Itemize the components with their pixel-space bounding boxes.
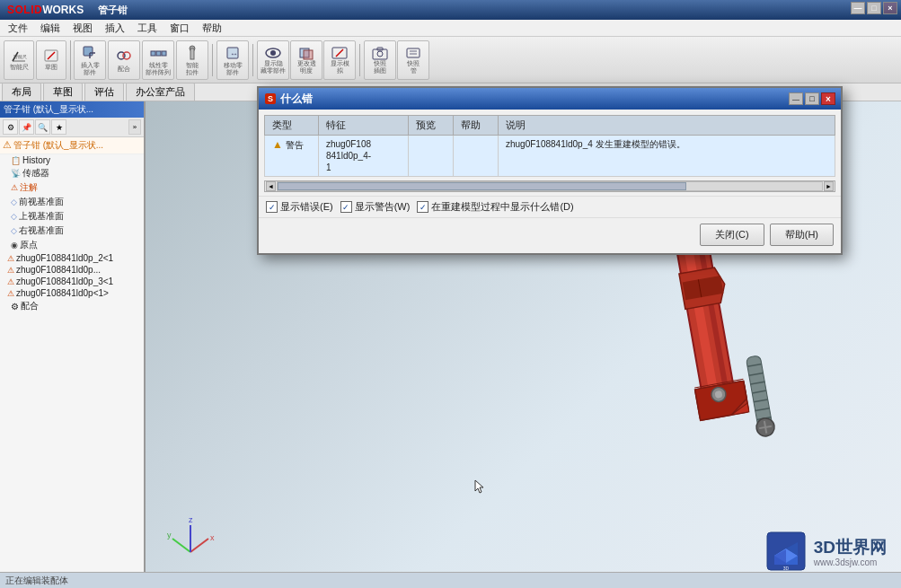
menu-item-tools[interactable]: 工具 bbox=[131, 20, 163, 37]
svg-rect-11 bbox=[156, 51, 161, 56]
tree-item-comp3[interactable]: ⚠ zhug0F108841ld0p_3<1 bbox=[0, 276, 144, 287]
comp2-label: zhug0F108841ld0p... bbox=[16, 265, 101, 275]
show-errors-checkbox[interactable]: ✓ bbox=[266, 201, 278, 213]
menu-item-view[interactable]: 视图 bbox=[66, 20, 99, 37]
svg-text:x: x bbox=[210, 533, 215, 542]
fm-icon-4[interactable]: ★ bbox=[51, 119, 66, 135]
main-toolbar: 智能尺 智能尺 草图 插入零部件 配合 线性零部件阵列 智能扣件 ↔ 移动零部件 bbox=[0, 37, 901, 83]
snapshot-mgr-btn[interactable]: 快照管 bbox=[397, 40, 429, 80]
svg-rect-14 bbox=[190, 48, 194, 59]
tree-item-sensors[interactable]: 📡 传感器 bbox=[0, 166, 144, 180]
menu-item-edit[interactable]: 编辑 bbox=[34, 20, 66, 37]
dialog-action-buttons: 关闭(C) 帮助(H) bbox=[259, 217, 841, 253]
insert-component-btn[interactable]: 插入零部件 bbox=[74, 40, 106, 80]
tab-layout[interactable]: 布局 bbox=[2, 83, 41, 101]
error-dialog[interactable]: S 什么错 — □ × 类型 特征 预览 帮助 说明 bbox=[257, 86, 843, 255]
show-warnings-checkbox-item[interactable]: ✓ 显示警告(W) bbox=[340, 200, 411, 214]
sensors-label: 传感器 bbox=[22, 167, 49, 180]
menu-item-insert[interactable]: 插入 bbox=[99, 20, 131, 37]
dialog-title-bar: S 什么错 — □ × bbox=[259, 88, 841, 110]
tree-item-comp2[interactable]: ⚠ zhug0F108841ld0p... bbox=[0, 264, 144, 276]
panel-expand-btn[interactable]: » bbox=[128, 119, 141, 135]
tree-root-label: 管子钳 (默认_显示状... bbox=[13, 139, 103, 152]
row-type-cell: ▲ 警告 bbox=[265, 136, 319, 177]
row-preview-cell bbox=[409, 136, 454, 177]
status-text: 正在编辑装配体 bbox=[5, 575, 68, 587]
transparency-btn[interactable]: 更改透明度 bbox=[290, 40, 322, 80]
svg-text:y: y bbox=[167, 531, 172, 540]
dialog-checkboxes-row: ✓ 显示错误(E) ✓ 显示警告(W) ✓ 在重建模型过程中显示什么错(D) bbox=[259, 196, 841, 217]
close-window-btn[interactable]: × bbox=[883, 2, 897, 14]
sw-logo: SOLID bbox=[7, 4, 42, 16]
show-errors-checkbox-item[interactable]: ✓ 显示错误(E) bbox=[266, 200, 333, 214]
comp4-label: zhug0F108841ld0p<1> bbox=[16, 288, 109, 298]
comp1-label: zhug0F108841ld0p_2<1 bbox=[16, 253, 113, 263]
right-plane-label: 右视基准面 bbox=[19, 224, 64, 237]
fm-icon-1[interactable]: ⚙ bbox=[3, 119, 18, 135]
table-row[interactable]: ▲ 警告 zhug0F108841ld0p_4-1 zhug0F108841ld… bbox=[265, 136, 835, 177]
row-type-label: 警告 bbox=[286, 140, 304, 150]
sw-dialog-icon: S bbox=[264, 92, 277, 105]
tab-sketch[interactable]: 草图 bbox=[43, 83, 83, 101]
dialog-maximize-btn[interactable]: □ bbox=[805, 92, 819, 105]
svg-point-24 bbox=[377, 51, 383, 57]
dialog-close-action-btn[interactable]: 关闭(C) bbox=[700, 224, 764, 246]
tree-item-origin[interactable]: ◉ 原点 bbox=[0, 238, 144, 252]
tree-item-mates[interactable]: ⚙ 配合 bbox=[0, 299, 144, 313]
show-on-rebuild-checkbox[interactable]: ✓ bbox=[417, 201, 428, 213]
move-component-btn[interactable]: ↔ 移动零部件 bbox=[216, 40, 249, 80]
smart-dim-btn[interactable]: 智能尺 智能尺 bbox=[4, 40, 34, 80]
show-hide-btn[interactable]: 显示隐藏零部件 bbox=[257, 40, 289, 80]
error-table-body: ▲ 警告 zhug0F108841ld0p_4-1 zhug0F108841ld… bbox=[265, 136, 835, 177]
sw-logo-works: WORKS bbox=[42, 4, 84, 16]
tree-item-annotations[interactable]: ⚠ 注解 bbox=[0, 180, 144, 195]
minimize-btn[interactable]: — bbox=[851, 2, 865, 14]
dialog-close-btn[interactable]: × bbox=[821, 92, 835, 105]
left-panel: 管子钳 (默认_显示状... ⚙ 📌 🔍 ★ » ⚠ 管子钳 (默认_显示状..… bbox=[0, 101, 146, 588]
warning-icon: ▲ bbox=[272, 138, 283, 151]
tree-item-comp1[interactable]: ⚠ zhug0F108841ld0p_2<1 bbox=[0, 252, 144, 264]
menu-item-file[interactable]: 文件 bbox=[2, 20, 34, 37]
top-plane-label: 上视基准面 bbox=[19, 210, 64, 223]
mates-label: 配合 bbox=[21, 300, 39, 312]
tree-item-top-plane[interactable]: ◇ 上视基准面 bbox=[0, 209, 144, 224]
menu-item-window[interactable]: 窗口 bbox=[163, 20, 196, 37]
svg-point-9 bbox=[123, 52, 130, 59]
dialog-hscrollbar[interactable]: ◄ ► bbox=[264, 180, 835, 192]
linear-array-btn[interactable]: 线性零部件阵列 bbox=[142, 40, 174, 80]
svg-text:S: S bbox=[268, 94, 273, 103]
sketch-btn[interactable]: 草图 bbox=[36, 40, 66, 80]
tree-item-right-plane[interactable]: ◇ 右视基准面 bbox=[0, 224, 144, 238]
mate-btn[interactable]: 配合 bbox=[108, 40, 140, 80]
menu-item-help[interactable]: 帮助 bbox=[196, 20, 228, 37]
snapshot-icon-btn[interactable]: 快照插图 bbox=[364, 40, 396, 80]
dialog-minimize-btn[interactable]: — bbox=[789, 92, 803, 105]
fm-icon-2[interactable]: 📌 bbox=[19, 119, 34, 135]
hscroll-track[interactable] bbox=[277, 181, 823, 191]
display-sim-btn[interactable]: 显示模拟 bbox=[323, 40, 356, 80]
origin-label: 原点 bbox=[20, 239, 38, 251]
tree-item-comp4[interactable]: ⚠ zhug0F108841ld0p<1> bbox=[0, 287, 144, 299]
hscroll-right-btn[interactable]: ► bbox=[824, 181, 834, 191]
smart-fastener-btn[interactable]: 智能扣件 bbox=[176, 40, 208, 80]
show-on-rebuild-checkbox-item[interactable]: ✓ 在重建模型过程中显示什么错(D) bbox=[417, 200, 573, 214]
hscroll-left-btn[interactable]: ◄ bbox=[266, 181, 276, 191]
tree-item-history[interactable]: 📋 History bbox=[0, 154, 144, 166]
svg-rect-5 bbox=[84, 47, 93, 56]
watermark-cube-icon: 3D bbox=[765, 531, 807, 572]
col-feature: 特征 bbox=[319, 116, 409, 136]
fm-icon-3[interactable]: 🔍 bbox=[35, 119, 50, 135]
show-warnings-checkbox[interactable]: ✓ bbox=[340, 201, 352, 213]
dialog-help-btn[interactable]: 帮助(H) bbox=[770, 224, 834, 246]
hscroll-thumb[interactable] bbox=[278, 182, 686, 190]
tab-evaluate[interactable]: 评估 bbox=[84, 83, 124, 101]
show-warnings-label: 显示警告(W) bbox=[355, 200, 411, 214]
error-table: 类型 特征 预览 帮助 说明 ▲ 警告 zhug0F10884 bbox=[264, 115, 835, 177]
tree-item-root[interactable]: ⚠ 管子钳 (默认_显示状... bbox=[0, 137, 144, 154]
tree-item-front-plane[interactable]: ◇ 前视基准面 bbox=[0, 195, 144, 209]
maximize-btn[interactable]: □ bbox=[867, 2, 881, 14]
svg-rect-26 bbox=[407, 48, 420, 57]
svg-text:3D: 3D bbox=[783, 566, 790, 571]
watermark: 3D 3D世界网 www.3dsjw.com bbox=[765, 531, 887, 572]
tab-office[interactable]: 办公室产品 bbox=[126, 83, 195, 101]
